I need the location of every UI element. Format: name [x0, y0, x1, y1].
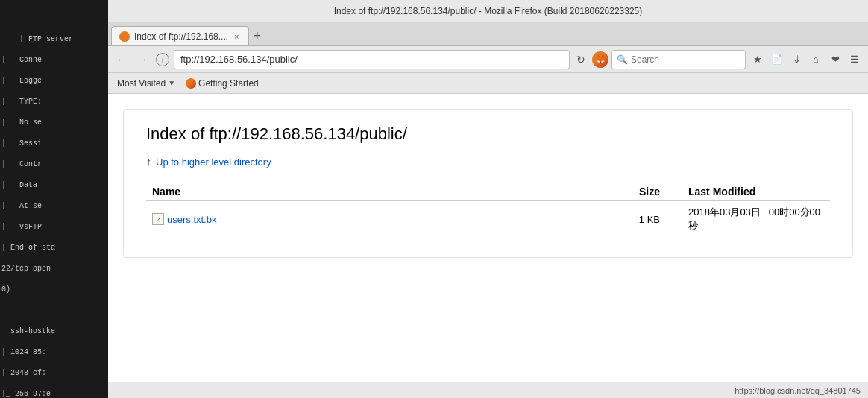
- table-header-row: Name Size Last Modified: [146, 183, 830, 201]
- file-icon: ?: [152, 213, 164, 225]
- most-visited-bookmark[interactable]: Most Visited ▼: [114, 77, 178, 90]
- file-table: Name Size Last Modified ? users.txt.bk: [146, 183, 830, 237]
- download-button[interactable]: ⇓: [787, 51, 805, 69]
- search-icon: 🔍: [617, 54, 628, 65]
- search-bar[interactable]: 🔍: [611, 50, 746, 69]
- chevron-down-icon: ▼: [168, 79, 175, 87]
- menu-button[interactable]: ☰: [846, 51, 864, 69]
- bookmark-star-button[interactable]: ★: [749, 51, 767, 69]
- back-button[interactable]: ←: [113, 51, 130, 69]
- reading-mode-button[interactable]: 📄: [768, 51, 786, 69]
- page-inner: Index of ftp://192.168.56.134/public/ ↑ …: [123, 109, 853, 258]
- nav-toolbar-icons: ★ 📄 ⇓ ⌂ ❤ ☰: [749, 51, 864, 69]
- bookmarks-bar: Most Visited ▼ Getting Started: [108, 73, 868, 94]
- file-size-cell: 1 KB: [606, 201, 666, 238]
- file-link[interactable]: ? users.txt.bk: [152, 213, 600, 225]
- firefox-logo-icon: 🦊: [592, 51, 608, 68]
- title-bar: Index of ftp://192.168.56.134/public/ - …: [108, 0, 868, 22]
- table-row: ? users.txt.bk 1 KB 2018年03月03日 00时00分00…: [146, 201, 830, 238]
- getting-started-label: Getting Started: [198, 78, 259, 89]
- browser-panel: Index of ftp://192.168.56.134/public/ - …: [108, 0, 868, 398]
- info-button[interactable]: i: [156, 53, 169, 66]
- file-name-cell: ? users.txt.bk: [146, 201, 606, 238]
- name-column-header: Name: [146, 183, 606, 201]
- nav-bar: ← → i ↻ 🦊 🔍 ★ 📄 ⇓ ⌂ ❤ ☰: [108, 46, 868, 73]
- tab-close-button[interactable]: ×: [233, 32, 240, 41]
- search-input[interactable]: [631, 54, 740, 65]
- pocket-button[interactable]: ❤: [826, 51, 844, 69]
- address-bar[interactable]: [174, 50, 570, 69]
- terminal-panel: | FTP server | Conne | Logge | TYPE: | N…: [0, 0, 108, 398]
- tab-favicon: [119, 31, 130, 42]
- refresh-button[interactable]: ↻: [573, 51, 589, 68]
- page-content: Index of ftp://192.168.56.134/public/ ↑ …: [108, 94, 868, 382]
- up-link-text: Up to higher level directory: [156, 157, 271, 168]
- status-bar: https://blog.csdn.net/qq_34801745: [108, 382, 868, 398]
- active-tab[interactable]: Index of ftp://192.168.... ×: [111, 26, 249, 45]
- modified-column-header: Last Modified: [666, 183, 830, 201]
- firefox-bookmark-icon: [186, 78, 196, 89]
- file-modified-cell: 2018年03月03日 00时00分00秒: [666, 201, 830, 238]
- forward-button[interactable]: →: [133, 51, 151, 69]
- tab-label: Index of ftp://192.168....: [134, 31, 228, 42]
- getting-started-bookmark[interactable]: Getting Started: [183, 77, 262, 90]
- most-visited-label: Most Visited: [117, 78, 166, 89]
- home-button[interactable]: ⌂: [807, 51, 825, 69]
- window-title: Index of ftp://192.168.56.134/public/ - …: [334, 6, 643, 16]
- status-url: https://blog.csdn.net/qq_34801745: [735, 386, 861, 395]
- tab-bar: Index of ftp://192.168.... × +: [108, 22, 868, 46]
- size-column-header: Size: [606, 183, 666, 201]
- up-arrow-icon: ↑: [146, 156, 151, 168]
- terminal-content: | FTP server | Conne | Logge | TYPE: | N…: [1, 24, 107, 398]
- new-tab-button[interactable]: +: [249, 26, 266, 45]
- file-modified-date: 2018年03月03日: [688, 206, 761, 218]
- up-directory-link[interactable]: ↑ Up to higher level directory: [146, 156, 830, 168]
- file-name: users.txt.bk: [167, 214, 216, 225]
- page-heading: Index of ftp://192.168.56.134/public/: [146, 124, 830, 144]
